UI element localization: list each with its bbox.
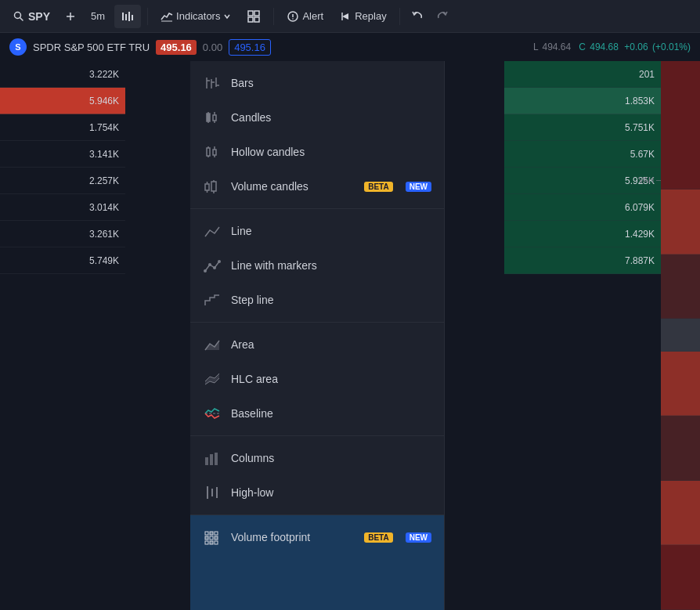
data-row: 3.014K [0,194,125,221]
symbol-badge: S [9,38,27,56]
menu-item-volume-footprint[interactable]: Volume footprint BETA NEW [190,520,444,554]
redo-icon [436,10,449,23]
timeframe-selector[interactable]: 5m [85,5,111,28]
columns-label: Columns [231,452,431,464]
menu-item-candles[interactable]: Candles [190,100,444,135]
menu-item-bars[interactable]: Bars [190,66,444,100]
sidebar-bar [661,416,700,481]
area-icon [203,335,222,354]
svg-rect-12 [254,17,259,22]
change-pct: (+0.01%) [652,42,691,52]
menu-item-hollow-candles[interactable]: Hollow candles [190,135,444,169]
svg-rect-58 [210,541,213,544]
price-input[interactable]: 495.16 [229,39,271,56]
right-data-row: 201 [504,61,661,88]
redo-button[interactable] [431,5,453,27]
hollow-candles-label: Hollow candles [231,146,431,158]
high-low-label: High-low [231,486,431,499]
menu-item-hlc-area[interactable]: HLC area [190,362,444,396]
alert-icon [287,10,299,23]
divider-3 [399,8,400,25]
chart-area[interactable]: 3.222K 5.946K 1.754K 3.141K 2.257K 3.014… [0,61,700,610]
svg-rect-7 [132,15,133,20]
left-data-table: 3.222K 5.946K 1.754K 3.141K 2.257K 3.014… [0,61,125,610]
sidebar-bar [661,189,700,254]
line-markers-icon [203,256,222,275]
volume-footprint-icon [203,528,222,547]
menu-item-line[interactable]: Line [190,214,444,248]
right-data-row: 5.751K [504,114,661,141]
volume-footprint-beta-badge: BETA [364,532,392,543]
high-low-icon [203,483,222,502]
search-button[interactable]: SPY [6,5,56,28]
alert-button[interactable]: Alert [280,5,330,28]
svg-rect-57 [210,536,213,540]
close-label: C [579,42,586,52]
svg-point-15 [293,18,294,20]
chart-type-button[interactable] [114,5,141,28]
svg-rect-10 [254,11,259,16]
sidebar-bar [661,319,700,352]
beta-badge: BETA [364,182,392,192]
right-data-row: 7.887K [504,247,661,274]
right-data-row: 1.853K [504,88,661,114]
alert-label: Alert [302,10,323,22]
volume-candles-icon [203,177,222,196]
plus-icon [64,10,77,23]
svg-rect-54 [205,536,208,540]
candles-label: Candles [231,111,431,124]
sidebar-bar [661,545,700,610]
price-bar: S SPDR S&P 500 ETF TRU 495.16 0.00 495.1… [0,33,700,61]
data-row: 1.754K [0,114,125,141]
sidebar-bar [661,61,700,189]
svg-rect-53 [205,532,208,535]
sidebar-bar [661,481,700,546]
sidebar-bar [661,352,700,417]
search-icon [13,10,25,23]
menu-item-columns[interactable]: Columns [190,441,444,475]
layout-button[interactable] [240,5,267,28]
dropdown-section-area: Area HLC area [190,323,444,436]
data-row: 5.749K [0,247,125,274]
svg-rect-49 [215,453,218,465]
svg-line-1 [20,17,23,20]
data-row: 3.141K [0,141,125,168]
symbol-full-name: SPDR S&P 500 ETF TRU [33,42,150,53]
new-badge: NEW [406,182,431,192]
data-row: 3.222K [0,61,125,88]
step-line-icon [203,291,222,309]
menu-item-high-low[interactable]: High-low [190,475,444,510]
svg-point-42 [213,266,216,269]
bars-label: Bars [231,77,431,89]
menu-item-line-with-markers[interactable]: Line with markers [190,248,444,283]
svg-marker-44 [205,341,219,350]
right-data-row: 5.67K [504,141,661,168]
svg-rect-5 [125,14,127,20]
hlc-area-label: HLC area [231,373,431,385]
baseline-icon [203,404,222,423]
divider-2 [273,8,274,25]
vah-label: VAH ┄ [638,176,661,185]
menu-item-baseline[interactable]: Baseline [190,396,444,431]
svg-point-41 [208,263,211,266]
top-toolbar: SPY 5m Indicators [0,0,700,33]
svg-rect-9 [248,11,253,16]
undo-button[interactable] [406,5,428,27]
menu-item-volume-candles[interactable]: Volume candles BETA NEW [190,169,444,204]
add-symbol-button[interactable] [60,5,81,27]
indicators-button[interactable]: Indicators [154,5,237,28]
volume-footprint-new-badge: NEW [406,532,431,543]
indicators-label: Indicators [176,10,220,22]
menu-item-step-line[interactable]: Step line [190,283,444,317]
price-change: 0.00 [203,42,222,53]
svg-rect-61 [215,541,218,544]
line-label: Line [231,225,431,237]
right-data-row: 6.079K [504,194,661,221]
last-value: 494.64 [542,42,571,52]
replay-button[interactable]: Replay [333,5,392,28]
menu-item-area[interactable]: Area [190,327,444,362]
dropdown-section-bars: Bars Candles [190,61,444,209]
svg-rect-28 [207,148,210,156]
dropdown-section-volume-footprint: Volume footprint BETA NEW [190,515,444,610]
last-label: L [533,42,538,52]
